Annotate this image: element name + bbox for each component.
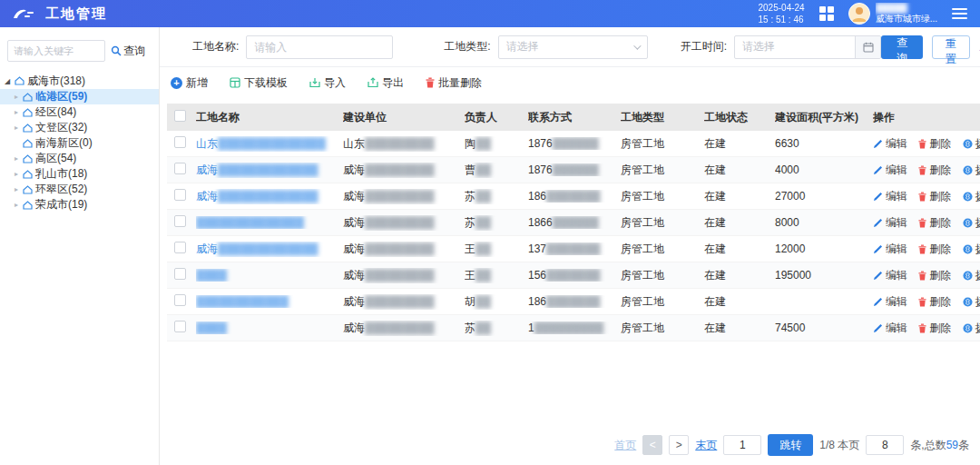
user-box[interactable]: █████ 威海市城市绿... bbox=[848, 3, 937, 25]
download-template-button[interactable]: 下载模板 bbox=[230, 75, 288, 91]
caret-right-icon[interactable]: ▸ bbox=[13, 185, 20, 193]
caret-right-icon[interactable]: ▸ bbox=[13, 93, 20, 101]
page-size-input[interactable] bbox=[866, 435, 904, 455]
site-name-link[interactable]: 威海█████████████ bbox=[196, 163, 343, 178]
caret-right-icon[interactable]: ▸ bbox=[13, 124, 20, 132]
site-name-link[interactable]: 威海█████████████ bbox=[196, 242, 343, 257]
start-time-label: 开工时间: bbox=[681, 39, 727, 54]
caret-right-icon[interactable]: ▸ bbox=[13, 108, 20, 116]
user-org: 威海市城市绿... bbox=[876, 14, 937, 25]
batch-delete-button[interactable]: 批量删除 bbox=[426, 75, 482, 91]
last-page-link[interactable]: 末页 bbox=[695, 438, 717, 453]
select-all-checkbox[interactable] bbox=[174, 110, 186, 122]
site-name-link[interactable]: ████████████ bbox=[196, 295, 343, 308]
page-number-input[interactable] bbox=[723, 435, 761, 455]
apps-grid-icon[interactable] bbox=[819, 6, 834, 21]
site-status-cell: 在建 bbox=[704, 321, 775, 336]
export-button[interactable]: 导出 bbox=[368, 75, 404, 91]
caret-down-icon[interactable]: ◢ bbox=[5, 77, 12, 85]
pencil-icon bbox=[873, 192, 883, 202]
delete-button[interactable]: 删除 bbox=[918, 215, 951, 231]
dust-button[interactable]: 扬尘 bbox=[963, 189, 980, 204]
delete-button[interactable]: 删除 bbox=[918, 189, 951, 204]
tree-item[interactable]: ▸ 环翠区(52) bbox=[0, 182, 159, 197]
site-name-input[interactable] bbox=[246, 35, 393, 59]
avatar[interactable] bbox=[848, 3, 870, 25]
dust-button[interactable]: 扬尘 bbox=[963, 136, 980, 152]
contact-cell: 137███████ bbox=[528, 242, 621, 255]
build-unit-cell: 威海█████████ bbox=[343, 189, 465, 204]
prev-page-button[interactable]: < bbox=[642, 435, 662, 455]
delete-button[interactable]: 删除 bbox=[918, 242, 951, 257]
edit-button[interactable]: 编辑 bbox=[873, 321, 907, 336]
next-page-button[interactable]: > bbox=[669, 435, 689, 455]
caret-right-icon[interactable]: ▸ bbox=[13, 154, 20, 163]
site-name-label: 工地名称: bbox=[192, 39, 239, 54]
jump-button[interactable]: 跳转 bbox=[768, 434, 813, 456]
delete-button[interactable]: 删除 bbox=[918, 294, 951, 310]
tree-item[interactable]: ▸ 乳山市(18) bbox=[0, 166, 159, 182]
reset-button[interactable]: 重置 bbox=[932, 35, 970, 59]
sidebar-search-button[interactable]: 查询 bbox=[111, 44, 145, 59]
site-name-link[interactable]: 威海█████████████ bbox=[196, 189, 343, 204]
contact-cell: 1866██████ bbox=[528, 216, 621, 229]
first-page-link[interactable]: 首页 bbox=[614, 438, 636, 453]
tree-item[interactable]: ▸ 荣成市(19) bbox=[0, 197, 159, 213]
edit-button[interactable]: 编辑 bbox=[873, 268, 907, 283]
delete-button[interactable]: 删除 bbox=[918, 163, 951, 178]
edit-button[interactable]: 编辑 bbox=[873, 136, 907, 152]
dust-button[interactable]: 扬尘 bbox=[963, 321, 980, 336]
app-header: 工地管理 2025-04-24 15 : 51 : 46 █████ 威海市城市… bbox=[0, 0, 980, 27]
edit-button[interactable]: 编辑 bbox=[873, 242, 907, 257]
main-content: 工地名称: 工地类型: 请选择 开工时间: 请选择 bbox=[160, 27, 980, 465]
tree-item[interactable]: ▸ 经区(84) bbox=[0, 104, 159, 120]
caret-right-icon[interactable]: ▸ bbox=[13, 201, 20, 209]
dust-button[interactable]: 扬尘 bbox=[963, 242, 980, 257]
edit-button[interactable]: 编辑 bbox=[873, 215, 907, 231]
site-name-link[interactable]: ████ bbox=[196, 322, 343, 334]
menu-icon[interactable] bbox=[952, 8, 967, 19]
dust-button[interactable]: 扬尘 bbox=[963, 268, 980, 283]
row-checkbox[interactable] bbox=[174, 321, 186, 332]
delete-button[interactable]: 删除 bbox=[918, 321, 951, 336]
delete-button[interactable]: 删除 bbox=[918, 268, 951, 283]
site-type-cell: 房管工地 bbox=[621, 242, 704, 257]
site-type-select[interactable]: 请选择 bbox=[498, 35, 648, 59]
trash-icon bbox=[918, 271, 926, 281]
row-checkbox[interactable] bbox=[174, 189, 186, 201]
start-time-datepicker[interactable]: 请选择 bbox=[734, 35, 881, 59]
row-actions: 编辑 删除 扬尘 bbox=[873, 242, 980, 257]
dust-button[interactable]: 扬尘 bbox=[963, 294, 980, 310]
tree-item[interactable]: 南海新区(0) bbox=[0, 135, 159, 151]
trash-icon bbox=[918, 165, 926, 175]
add-button[interactable]: + 新增 bbox=[171, 75, 208, 91]
tree-item[interactable]: ▸ 临港区(59) bbox=[0, 89, 159, 104]
tree-item[interactable]: ▸ 文登区(32) bbox=[0, 120, 159, 135]
site-name-link[interactable]: ████ bbox=[196, 269, 343, 282]
row-checkbox[interactable] bbox=[174, 136, 186, 148]
tree-root[interactable]: ◢ 威海市(318) bbox=[0, 73, 159, 89]
tree-item-label: 临港区(59) bbox=[35, 89, 87, 104]
site-name-link[interactable]: 山东██████████████ bbox=[196, 136, 343, 152]
site-status-cell: 在建 bbox=[704, 242, 775, 257]
search-button[interactable]: 查询 bbox=[881, 35, 923, 59]
pencil-icon bbox=[873, 244, 883, 254]
row-checkbox[interactable] bbox=[174, 163, 186, 174]
edit-button[interactable]: 编辑 bbox=[873, 189, 907, 204]
row-checkbox[interactable] bbox=[174, 294, 186, 306]
tree-item[interactable]: ▸ 高区(54) bbox=[0, 151, 159, 166]
edit-button[interactable]: 编辑 bbox=[873, 294, 907, 310]
import-button[interactable]: 导入 bbox=[309, 75, 346, 91]
row-checkbox[interactable] bbox=[174, 215, 186, 227]
site-name-link[interactable]: ██████████████ bbox=[196, 216, 343, 229]
edit-button[interactable]: 编辑 bbox=[873, 163, 907, 178]
row-checkbox[interactable] bbox=[174, 242, 186, 253]
dust-button[interactable]: 扬尘 bbox=[963, 163, 980, 178]
dust-button[interactable]: 扬尘 bbox=[963, 215, 980, 231]
delete-button[interactable]: 删除 bbox=[918, 136, 951, 152]
caret-right-icon[interactable]: ▸ bbox=[13, 170, 20, 178]
row-checkbox[interactable] bbox=[174, 268, 186, 280]
keyword-search-input[interactable] bbox=[7, 40, 105, 62]
pencil-icon bbox=[873, 271, 883, 281]
area-cell: 6630 bbox=[775, 137, 873, 150]
